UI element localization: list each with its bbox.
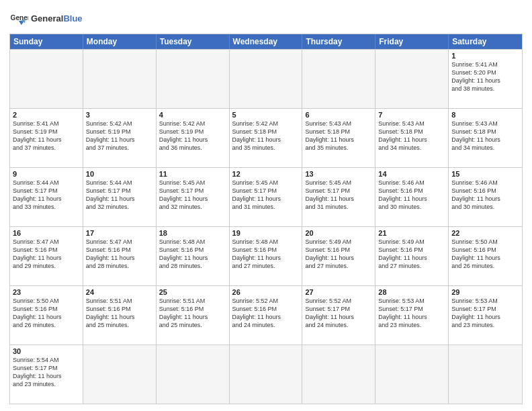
cal-cell-day-19: 19Sunrise: 5:48 AM Sunset: 5:16 PM Dayli… [230, 227, 303, 285]
cal-cell-day-26: 26Sunrise: 5:52 AM Sunset: 5:16 PM Dayli… [230, 286, 303, 345]
day-number: 27 [305, 288, 372, 296]
day-number: 14 [378, 170, 445, 178]
cal-cell-day-25: 25Sunrise: 5:51 AM Sunset: 5:16 PM Dayli… [157, 286, 230, 345]
cell-daylight-info: Sunrise: 5:48 AM Sunset: 5:16 PM Dayligh… [232, 238, 300, 271]
cal-cell-day-6: 6Sunrise: 5:43 AM Sunset: 5:18 PM Daylig… [302, 109, 375, 167]
cell-daylight-info: Sunrise: 5:41 AM Sunset: 5:19 PM Dayligh… [13, 120, 80, 152]
cal-cell-day-28: 28Sunrise: 5:53 AM Sunset: 5:17 PM Dayli… [375, 286, 449, 345]
day-number: 5 [232, 111, 300, 119]
header: General GeneralBlue [9, 7, 523, 28]
cal-cell-day-3: 3Sunrise: 5:42 AM Sunset: 5:19 PM Daylig… [83, 109, 157, 167]
calendar-header: SundayMondayTuesdayWednesdayThursdayFrid… [10, 34, 522, 49]
day-number: 26 [232, 288, 300, 296]
calendar-row-0: 1Sunrise: 5:41 AM Sunset: 5:20 PM Daylig… [10, 49, 522, 108]
cal-cell-day-11: 11Sunrise: 5:45 AM Sunset: 5:17 PM Dayli… [157, 168, 230, 226]
day-number: 20 [305, 229, 372, 237]
weekday-header-friday: Friday [375, 34, 449, 49]
logo-text: GeneralBlue [31, 14, 83, 24]
cell-daylight-info: Sunrise: 5:47 AM Sunset: 5:16 PM Dayligh… [86, 238, 153, 271]
cal-cell-day-4: 4Sunrise: 5:42 AM Sunset: 5:19 PM Daylig… [157, 109, 230, 167]
cal-cell-day-2: 2Sunrise: 5:41 AM Sunset: 5:19 PM Daylig… [10, 109, 83, 167]
cell-daylight-info: Sunrise: 5:49 AM Sunset: 5:16 PM Dayligh… [378, 238, 445, 271]
calendar: SundayMondayTuesdayWednesdayThursdayFrid… [9, 34, 523, 404]
day-number: 12 [232, 170, 300, 178]
cal-cell-day-23: 23Sunrise: 5:50 AM Sunset: 5:16 PM Dayli… [10, 286, 83, 345]
day-number: 28 [378, 288, 445, 296]
cell-daylight-info: Sunrise: 5:45 AM Sunset: 5:17 PM Dayligh… [305, 179, 372, 212]
day-number: 10 [86, 170, 153, 178]
weekday-header-saturday: Saturday [449, 34, 522, 49]
cell-daylight-info: Sunrise: 5:52 AM Sunset: 5:17 PM Dayligh… [305, 297, 372, 330]
cell-daylight-info: Sunrise: 5:43 AM Sunset: 5:18 PM Dayligh… [305, 120, 372, 152]
day-number: 29 [451, 288, 519, 296]
cal-cell-day-16: 16Sunrise: 5:47 AM Sunset: 5:16 PM Dayli… [10, 227, 83, 285]
cell-daylight-info: Sunrise: 5:41 AM Sunset: 5:20 PM Dayligh… [451, 60, 519, 93]
cal-cell-day-30: 30Sunrise: 5:54 AM Sunset: 5:17 PM Dayli… [10, 345, 83, 404]
cal-cell-day-18: 18Sunrise: 5:48 AM Sunset: 5:16 PM Dayli… [157, 227, 230, 285]
day-number: 6 [305, 111, 372, 119]
cell-daylight-info: Sunrise: 5:50 AM Sunset: 5:16 PM Dayligh… [13, 297, 80, 330]
cell-daylight-info: Sunrise: 5:51 AM Sunset: 5:16 PM Dayligh… [159, 297, 226, 330]
cal-cell-empty [83, 50, 157, 108]
cal-cell-day-29: 29Sunrise: 5:53 AM Sunset: 5:17 PM Dayli… [449, 286, 522, 345]
calendar-row-5: 30Sunrise: 5:54 AM Sunset: 5:17 PM Dayli… [10, 345, 522, 404]
day-number: 1 [451, 52, 519, 60]
cell-daylight-info: Sunrise: 5:46 AM Sunset: 5:16 PM Dayligh… [451, 179, 519, 212]
cell-daylight-info: Sunrise: 5:51 AM Sunset: 5:16 PM Dayligh… [86, 297, 153, 330]
day-number: 13 [305, 170, 372, 178]
cell-daylight-info: Sunrise: 5:53 AM Sunset: 5:17 PM Dayligh… [451, 297, 519, 330]
cal-cell-day-7: 7Sunrise: 5:43 AM Sunset: 5:18 PM Daylig… [375, 109, 449, 167]
cell-daylight-info: Sunrise: 5:48 AM Sunset: 5:16 PM Dayligh… [159, 238, 226, 271]
day-number: 3 [86, 111, 153, 119]
day-number: 15 [451, 170, 519, 178]
cell-daylight-info: Sunrise: 5:42 AM Sunset: 5:18 PM Dayligh… [232, 120, 300, 152]
svg-text:General: General [11, 14, 28, 21]
weekday-header-wednesday: Wednesday [230, 34, 303, 49]
day-number: 11 [159, 170, 226, 178]
cell-daylight-info: Sunrise: 5:46 AM Sunset: 5:16 PM Dayligh… [378, 179, 445, 212]
cal-cell-day-17: 17Sunrise: 5:47 AM Sunset: 5:16 PM Dayli… [83, 227, 157, 285]
cal-cell-day-15: 15Sunrise: 5:46 AM Sunset: 5:16 PM Dayli… [449, 168, 522, 226]
day-number: 24 [86, 288, 153, 296]
cal-cell-empty [230, 345, 303, 404]
day-number: 2 [13, 111, 80, 119]
cal-cell-day-13: 13Sunrise: 5:45 AM Sunset: 5:17 PM Dayli… [302, 168, 375, 226]
cell-daylight-info: Sunrise: 5:43 AM Sunset: 5:18 PM Dayligh… [378, 120, 445, 152]
day-number: 30 [13, 347, 80, 355]
cal-cell-empty [83, 345, 157, 404]
cal-cell-day-21: 21Sunrise: 5:49 AM Sunset: 5:16 PM Dayli… [375, 227, 449, 285]
cal-cell-day-27: 27Sunrise: 5:52 AM Sunset: 5:17 PM Dayli… [302, 286, 375, 345]
cal-cell-empty [157, 50, 230, 108]
cal-cell-empty [302, 345, 375, 404]
day-number: 21 [378, 229, 445, 237]
cell-daylight-info: Sunrise: 5:50 AM Sunset: 5:16 PM Dayligh… [451, 238, 519, 271]
cell-daylight-info: Sunrise: 5:45 AM Sunset: 5:17 PM Dayligh… [159, 179, 226, 212]
calendar-row-1: 2Sunrise: 5:41 AM Sunset: 5:19 PM Daylig… [10, 108, 522, 167]
cal-cell-empty [375, 50, 449, 108]
cell-daylight-info: Sunrise: 5:44 AM Sunset: 5:17 PM Dayligh… [13, 179, 80, 212]
cell-daylight-info: Sunrise: 5:49 AM Sunset: 5:16 PM Dayligh… [305, 238, 372, 271]
page: General GeneralBlue SundayMondayTuesdayW… [0, 0, 532, 411]
weekday-header-sunday: Sunday [10, 34, 83, 49]
day-number: 17 [86, 229, 153, 237]
cell-daylight-info: Sunrise: 5:42 AM Sunset: 5:19 PM Dayligh… [86, 120, 153, 152]
cal-cell-day-14: 14Sunrise: 5:46 AM Sunset: 5:16 PM Dayli… [375, 168, 449, 226]
day-number: 4 [159, 111, 226, 119]
cell-daylight-info: Sunrise: 5:52 AM Sunset: 5:16 PM Dayligh… [232, 297, 300, 330]
calendar-row-4: 23Sunrise: 5:50 AM Sunset: 5:16 PM Dayli… [10, 285, 522, 345]
day-number: 23 [13, 288, 80, 296]
day-number: 18 [159, 229, 226, 237]
weekday-header-monday: Monday [83, 34, 157, 49]
cal-cell-empty [375, 345, 449, 404]
day-number: 22 [451, 229, 519, 237]
day-number: 7 [378, 111, 445, 119]
cal-cell-day-12: 12Sunrise: 5:45 AM Sunset: 5:17 PM Dayli… [230, 168, 303, 226]
day-number: 25 [159, 288, 226, 296]
calendar-body: 1Sunrise: 5:41 AM Sunset: 5:20 PM Daylig… [10, 49, 522, 404]
cal-cell-empty [302, 50, 375, 108]
cal-cell-day-8: 8Sunrise: 5:43 AM Sunset: 5:18 PM Daylig… [449, 109, 522, 167]
cell-daylight-info: Sunrise: 5:44 AM Sunset: 5:17 PM Dayligh… [86, 179, 153, 212]
cal-cell-day-1: 1Sunrise: 5:41 AM Sunset: 5:20 PM Daylig… [449, 50, 522, 108]
weekday-header-thursday: Thursday [302, 34, 375, 49]
cell-daylight-info: Sunrise: 5:54 AM Sunset: 5:17 PM Dayligh… [13, 356, 80, 389]
